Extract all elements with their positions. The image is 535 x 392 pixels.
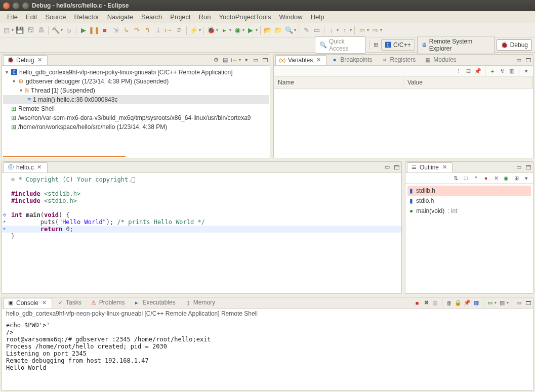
show-console-icon[interactable]: ▦	[473, 299, 480, 307]
open-perspective-icon[interactable]: ⊞	[373, 41, 379, 49]
close-tab-icon[interactable]: ✕	[36, 57, 43, 64]
drop-to-frame-icon[interactable]: ⤓	[153, 26, 162, 35]
debug-last-icon[interactable]: 🐞	[207, 26, 216, 35]
maximize-view-icon[interactable]: 🗖	[524, 57, 531, 64]
pin-icon[interactable]: 📌	[474, 68, 481, 75]
step-over-icon[interactable]: ↷	[132, 26, 141, 35]
menu-source[interactable]: Source	[41, 13, 70, 21]
step-mode-icon[interactable]: i→	[231, 57, 238, 64]
filter-static-icon[interactable]: ᴬ	[472, 175, 479, 182]
tab-executables[interactable]: ▸Executables	[130, 298, 179, 308]
col-name[interactable]: Name	[274, 77, 403, 88]
maximize-window-icon[interactable]	[22, 3, 29, 9]
col-value[interactable]: Value	[403, 77, 533, 88]
menu-help[interactable]: Help	[307, 13, 328, 21]
build-icon[interactable]: 🔨	[51, 26, 60, 35]
open-type-icon[interactable]: 📂	[263, 26, 272, 35]
open-task-icon[interactable]: 📁	[274, 26, 283, 35]
layout-icon[interactable]: ▥	[508, 68, 515, 75]
terminate-icon[interactable]: ■	[100, 26, 109, 35]
tab-console[interactable]: ▣ Console ✕	[4, 298, 52, 308]
toggle-mark-icon[interactable]: ✎	[302, 26, 311, 35]
add-watch-icon[interactable]: +	[489, 68, 496, 75]
tab-problems[interactable]: ⚠Problems	[87, 298, 129, 308]
new-icon[interactable]: ▤	[2, 26, 11, 35]
external-tools-icon[interactable]: ▶	[246, 26, 255, 35]
close-tab-icon[interactable]: ✕	[36, 164, 43, 171]
editor-body[interactable]: ⊕ * Copyright (C) Your copyright. #inclu…	[2, 173, 401, 293]
use-step-filters-icon[interactable]: ⚞	[175, 26, 184, 35]
group-icon[interactable]: ⊞	[513, 175, 520, 182]
step-into-icon[interactable]: ↳	[121, 26, 131, 35]
tab-registers[interactable]: ⌗ Registers	[378, 55, 420, 65]
tab-breakpoints[interactable]: ● Breakpoints	[328, 55, 376, 65]
tab-hello-c[interactable]: ⓒ hello.c ✕	[4, 162, 48, 172]
outline-item-stdio[interactable]: ▮stdio.h	[407, 196, 531, 206]
scroll-lock-icon[interactable]: 🔒	[455, 299, 462, 307]
link-editor-icon[interactable]: ◉	[503, 175, 510, 182]
tab-tasks[interactable]: ✓Tasks	[54, 298, 86, 308]
new-connection-icon[interactable]: ⚡	[189, 26, 198, 35]
resume-icon[interactable]: ▶	[79, 26, 88, 35]
cast-icon[interactable]: ↯	[499, 68, 506, 75]
menu-project[interactable]: Project	[166, 13, 194, 21]
menu-run[interactable]: Run	[195, 13, 215, 21]
menu-yocto[interactable]: YoctoProjectTools	[215, 13, 275, 21]
debug-toolbar-icon[interactable]: ⚙	[213, 57, 220, 64]
toggle-block-icon[interactable]: ▭	[312, 26, 321, 35]
remove-launch-icon[interactable]: ✖	[423, 299, 430, 307]
minimize-view-icon[interactable]: ▭	[252, 57, 259, 64]
clear-console-icon[interactable]: 🗑	[445, 299, 452, 307]
menu-window[interactable]: Window	[275, 13, 306, 21]
fold-icon[interactable]: ⊖	[3, 211, 6, 219]
view-menu-icon[interactable]: ▾	[523, 175, 530, 182]
skip-breakpoints-icon[interactable]: ⦸	[64, 26, 73, 35]
perspective-ccpp[interactable]: 🅲 C/C++	[381, 39, 415, 51]
perspective-remote[interactable]: 🖥 Remote System Explorer	[417, 36, 495, 54]
sort-icon[interactable]: ⇅	[452, 175, 459, 182]
quick-access[interactable]: 🔍 Quick Access	[315, 36, 366, 54]
menu-edit[interactable]: Edit	[22, 13, 41, 21]
console-output[interactable]: echo $PWD'>' /> root@varsommx6q:/# gdbse…	[2, 319, 533, 374]
prev-annotation-icon[interactable]: ↑	[340, 26, 349, 35]
tab-variables[interactable]: (x) Variables ✕	[275, 55, 326, 65]
save-icon[interactable]: 💾	[15, 26, 24, 35]
close-window-icon[interactable]	[3, 3, 10, 9]
perspective-debug[interactable]: 🐞 Debug	[497, 39, 532, 51]
save-all-icon[interactable]: 🖫	[26, 26, 35, 35]
collapse-icon[interactable]: ⊟	[465, 68, 472, 75]
menu-refactor[interactable]: Refactor	[70, 13, 103, 21]
minimize-view-icon[interactable]: ▭	[515, 299, 522, 307]
search-icon[interactable]: 🔍	[284, 26, 294, 35]
step-return-icon[interactable]: ↰	[143, 26, 152, 35]
remove-all-icon[interactable]: ⛒	[432, 299, 439, 307]
view-menu-icon[interactable]: ▾	[243, 57, 250, 64]
tab-memory[interactable]: ▯Memory	[181, 298, 219, 308]
menu-navigate[interactable]: Navigate	[103, 13, 137, 21]
run-last-icon[interactable]: ▸	[220, 26, 229, 35]
view-menu-icon[interactable]: ▾	[523, 68, 530, 75]
maximize-view-icon[interactable]: 🗖	[524, 299, 531, 307]
close-tab-icon[interactable]: ✕	[441, 164, 448, 171]
tab-outline[interactable]: ☰ Outline ✕	[407, 162, 452, 172]
close-tab-icon[interactable]: ✕	[40, 299, 48, 307]
debug-tree[interactable]: ▾🅲hello_gdb_cortexa9hf-vfp-neon-poky-lin…	[2, 66, 270, 134]
back-icon[interactable]: ⇦	[357, 26, 366, 35]
outline-item-stdlib[interactable]: ▮stdlib.h	[407, 186, 531, 196]
close-tab-icon[interactable]: ✕	[315, 57, 322, 64]
filter-inactive-icon[interactable]: ✕	[492, 175, 500, 182]
pin-console-icon[interactable]: 📌	[464, 299, 471, 307]
minimize-view-icon[interactable]: ▭	[515, 57, 522, 64]
minimize-window-icon[interactable]	[13, 3, 19, 9]
tab-modules[interactable]: ▦ Modules	[421, 55, 460, 65]
profile-icon[interactable]: ◉	[233, 26, 242, 35]
tab-debug[interactable]: 🐞 Debug ✕	[4, 55, 48, 65]
next-annotation-icon[interactable]: ↓	[327, 26, 336, 35]
minimize-view-icon[interactable]: ▭	[515, 164, 522, 171]
disconnect-icon[interactable]: ⇲	[111, 26, 120, 35]
display-selected-icon[interactable]: ▭	[486, 299, 493, 307]
maximize-editor-icon[interactable]: 🗖	[393, 164, 400, 171]
filter-fields-icon[interactable]: □	[462, 175, 469, 182]
menu-file[interactable]: File	[3, 13, 22, 21]
outline-tree[interactable]: ▮stdlib.h ▮stdio.h ●main(void): int	[405, 184, 533, 218]
